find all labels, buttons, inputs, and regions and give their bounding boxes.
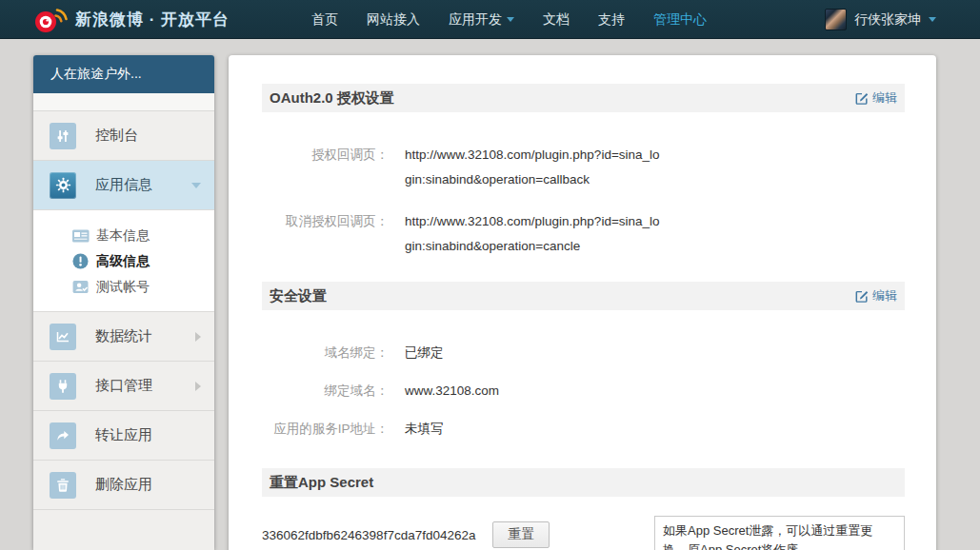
edit-label: 编辑	[872, 287, 897, 304]
edit-label: 编辑	[872, 89, 897, 107]
field-label: 授权回调页：	[262, 143, 389, 167]
submenu-item-advanced-info[interactable]: 高级信息	[33, 248, 214, 274]
submenu-item-basic-info[interactable]: 基本信息	[33, 223, 214, 248]
section-title: 重置App Secret	[270, 474, 373, 492]
app-name-header: 人在旅途户外...	[33, 55, 214, 93]
chevron-down-icon	[929, 17, 936, 22]
field-label: 域名绑定：	[262, 341, 389, 365]
edit-oauth-link[interactable]: 编辑	[855, 89, 897, 107]
field-bound-domain: 绑定域名： www.32108.com	[262, 379, 905, 403]
sidebar-item-label: 应用信息	[95, 176, 152, 194]
card-icon	[71, 229, 90, 243]
edit-icon	[855, 91, 869, 105]
nav-site-access[interactable]: 网站接入	[367, 11, 420, 29]
sidebar: 人在旅途户外... 控制台	[33, 55, 214, 550]
sidebar-item-api-management[interactable]: 接口管理	[33, 362, 214, 411]
submenu-item-label: 高级信息	[96, 253, 150, 270]
section-title: OAuth2.0 授权设置	[270, 89, 394, 108]
sidebar-item-delete-app[interactable]: 删除应用	[33, 461, 214, 510]
user-menu[interactable]: 行侠张家坤	[825, 0, 936, 39]
sidebar-item-label: 接口管理	[95, 377, 152, 395]
brand[interactable]: 新浪微博 · 开放平台	[33, 0, 230, 39]
sidebar-item-label: 控制台	[95, 127, 138, 145]
chevron-right-icon	[195, 382, 201, 391]
app-info-submenu: 基本信息 高级信息 测试帐号	[33, 210, 214, 312]
chevron-down-icon	[191, 183, 201, 188]
plug-icon	[50, 373, 76, 400]
weibo-logo-icon	[33, 7, 68, 33]
sliders-icon	[50, 123, 76, 149]
sidebar-item-label: 删除应用	[95, 476, 152, 494]
sidebar-filler	[33, 510, 214, 543]
edit-security-link[interactable]: 编辑	[855, 287, 897, 304]
secret-reset-tip: 如果App Secret泄露，可以通过重置更换，原App Secret将作废	[654, 516, 905, 550]
chart-icon	[50, 324, 76, 350]
nav-management-center[interactable]: 管理中心	[653, 11, 707, 29]
sidebar-item-app-info[interactable]: 应用信息	[33, 161, 214, 210]
field-value: 已绑定	[405, 341, 664, 365]
field-label: 应用的服务IP地址：	[262, 417, 389, 442]
brand-title: 新浪微博 · 开放平台	[75, 9, 230, 30]
submenu-item-label: 测试帐号	[96, 279, 150, 296]
exclamation-circle-icon	[71, 253, 90, 269]
field-cancel-callback-url: 取消授权回调页： http://www.32108.com/plugin.php…	[262, 209, 905, 259]
section-title: 安全设置	[270, 287, 327, 305]
top-navigation: 首页 网站接入 应用开发 文档 支持 管理中心	[311, 0, 707, 39]
app-name: 人在旅途户外...	[50, 66, 142, 83]
field-value: www.32108.com	[405, 379, 664, 403]
nav-support[interactable]: 支持	[598, 11, 625, 29]
username: 行侠张家坤	[854, 11, 921, 29]
avatar	[825, 9, 847, 30]
field-value: 未填写	[405, 417, 664, 442]
nav-home[interactable]: 首页	[311, 11, 338, 29]
nav-app-dev[interactable]: 应用开发	[449, 11, 514, 29]
topbar: 新浪微博 · 开放平台 首页 网站接入 应用开发 文档 支持 管理中心 行侠张家…	[0, 0, 980, 39]
reset-secret-button[interactable]: 重置	[492, 521, 550, 548]
nav-docs[interactable]: 文档	[543, 11, 570, 29]
sidebar-item-console[interactable]: 控制台	[33, 111, 214, 161]
field-value: http://www.32108.com/plugin.php?id=sina_…	[405, 209, 664, 259]
section-header-reset-secret: 重置App Secret	[262, 468, 905, 497]
chevron-down-icon	[507, 17, 514, 22]
trash-icon	[50, 472, 76, 499]
edit-icon	[855, 289, 869, 303]
sidebar-divider	[33, 93, 214, 111]
app-secret-row: 336062fdbfb6246398f7cda7fd04262a 重置 如果Ap…	[262, 521, 905, 548]
sidebar-item-label: 转让应用	[95, 426, 152, 444]
sidebar-item-label: 数据统计	[95, 327, 152, 345]
submenu-item-test-account[interactable]: 测试帐号	[33, 274, 214, 300]
sidebar-item-data-stats[interactable]: 数据统计	[33, 312, 214, 362]
chevron-right-icon	[195, 332, 201, 342]
section-header-oauth: OAuth2.0 授权设置 编辑	[262, 84, 905, 112]
app-secret-value: 336062fdbfb6246398f7cda7fd04262a	[262, 528, 475, 542]
field-label: 取消授权回调页：	[262, 209, 389, 234]
user-check-icon	[71, 280, 90, 294]
main-panel: OAuth2.0 授权设置 编辑 授权回调页： http://www.32108…	[229, 55, 936, 550]
sidebar-item-transfer-app[interactable]: 转让应用	[33, 411, 214, 461]
field-label: 绑定域名：	[262, 379, 389, 403]
field-domain-binding: 域名绑定： 已绑定	[262, 341, 905, 365]
submenu-item-label: 基本信息	[96, 227, 150, 245]
gear-icon	[50, 172, 76, 199]
field-value: http://www.32108.com/plugin.php?id=sina_…	[405, 143, 664, 192]
field-server-ip: 应用的服务IP地址： 未填写	[262, 417, 905, 442]
section-header-security: 安全设置 编辑	[262, 282, 905, 310]
share-arrow-icon	[50, 422, 76, 449]
field-callback-url: 授权回调页： http://www.32108.com/plugin.php?i…	[262, 143, 905, 192]
